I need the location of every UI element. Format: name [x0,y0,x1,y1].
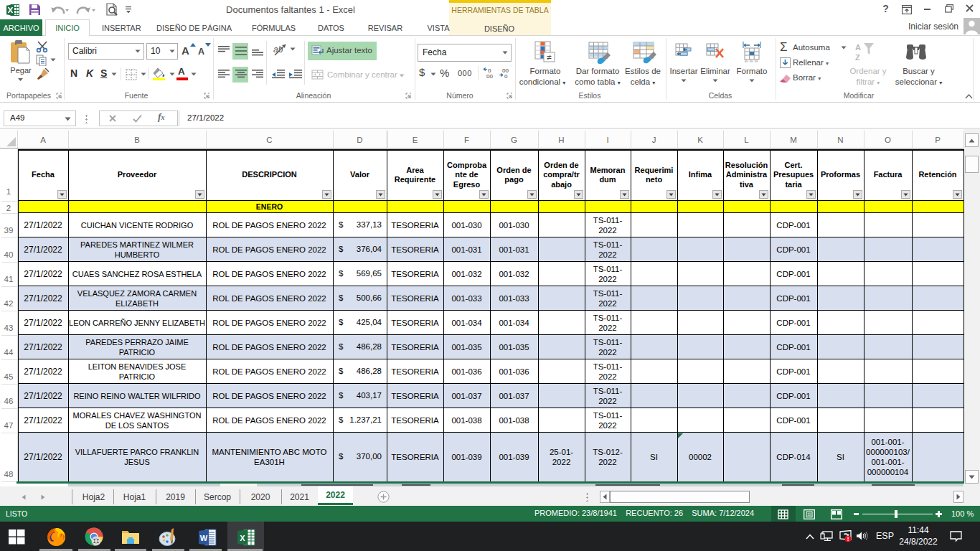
svg-text:≠: ≠ [547,52,552,62]
svg-text:W: W [200,534,208,542]
svg-text:ab: ab [273,44,283,55]
svg-text:00: 00 [486,73,493,80]
svg-text:A: A [855,43,861,52]
svg-text:Z: Z [855,53,860,62]
svg-text:X: X [240,534,245,542]
